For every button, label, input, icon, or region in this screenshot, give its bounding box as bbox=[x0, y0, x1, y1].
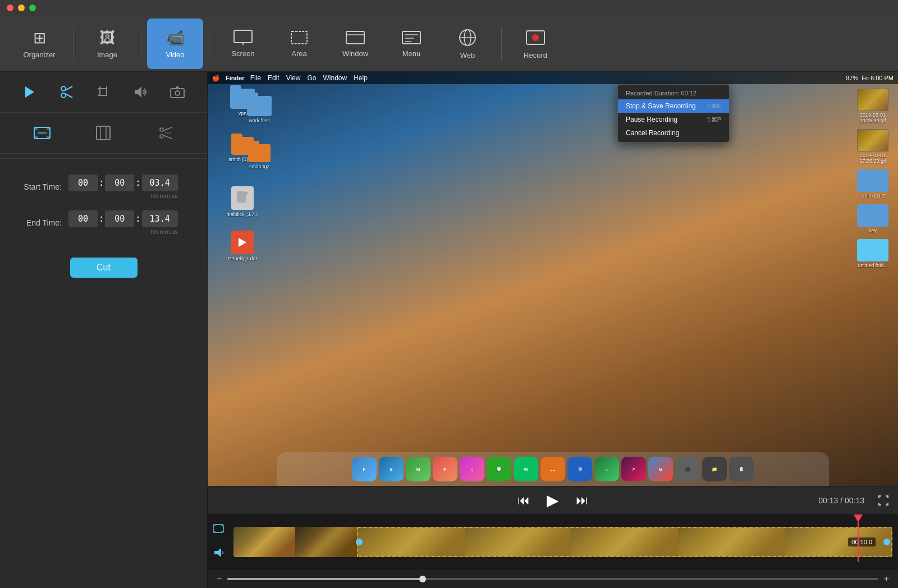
left-handle[interactable] bbox=[356, 539, 363, 545]
dock-itunes[interactable]: ♫ bbox=[460, 457, 484, 481]
toolbar-video[interactable]: 📹 Video bbox=[147, 19, 203, 69]
play-button[interactable]: ▶ bbox=[547, 491, 559, 509]
smith-tgz-icon bbox=[248, 144, 271, 162]
cut-tool[interactable] bbox=[54, 80, 79, 104]
dmg-icon bbox=[231, 186, 254, 210]
right-handle[interactable] bbox=[883, 539, 890, 545]
main-toolbar: ⊞ Organizer 🖼 Image 📹 Video Screen Area bbox=[0, 16, 898, 72]
toolbar-screen[interactable]: Screen bbox=[215, 19, 271, 69]
menu-go[interactable]: Go bbox=[307, 74, 316, 82]
camera-tool[interactable] bbox=[165, 80, 190, 104]
workfiles-folder[interactable]: work files bbox=[247, 96, 272, 123]
toolbar-image[interactable]: 🖼 Image bbox=[79, 19, 135, 69]
dock-slack[interactable]: # bbox=[621, 457, 646, 481]
pause-label: Pause Recording bbox=[626, 116, 677, 123]
maximize-button[interactable] bbox=[29, 4, 36, 11]
volume-tool[interactable] bbox=[128, 80, 153, 104]
dock-app4[interactable]: 📁 bbox=[702, 457, 727, 481]
end-hh-input[interactable] bbox=[68, 210, 98, 227]
right-panel: 🍎 Finder File Edit View Go Window Help 9… bbox=[208, 72, 898, 588]
zoom-out-button[interactable]: − bbox=[217, 574, 222, 584]
dock-maps[interactable]: M bbox=[406, 457, 430, 481]
dock-finder[interactable]: F bbox=[352, 457, 377, 481]
zoom-in-button[interactable]: + bbox=[884, 574, 889, 584]
dock-app5[interactable]: 🗑 bbox=[729, 457, 754, 481]
zoom-slider-thumb[interactable] bbox=[419, 576, 426, 582]
pause-item[interactable]: Pause Recording ⇧⌘P bbox=[618, 113, 729, 126]
film-tool[interactable] bbox=[30, 121, 54, 145]
menu-window[interactable]: Window bbox=[323, 74, 347, 82]
video-file[interactable]: Перейда.dat bbox=[213, 231, 272, 261]
svg-rect-0 bbox=[234, 30, 252, 43]
svg-marker-47 bbox=[214, 548, 221, 557]
desktop-icons-right: 2019-03-01 10.05.30.gif 2019-03-01 17.26… bbox=[847, 89, 898, 268]
zoom-slider[interactable] bbox=[227, 578, 878, 580]
apple-menu[interactable]: 🍎 bbox=[212, 75, 220, 82]
rewind-button[interactable]: ⏮ bbox=[517, 493, 530, 508]
forward-button[interactable]: ⏭ bbox=[576, 493, 588, 508]
toolbar-window[interactable]: Window bbox=[327, 19, 383, 69]
play-tool[interactable] bbox=[17, 80, 42, 104]
fullscreen-button[interactable] bbox=[878, 495, 889, 506]
toolbar-menu[interactable]: Menu bbox=[383, 19, 439, 69]
icon-smith-1-2[interactable]: smith (1)-2 bbox=[857, 169, 888, 199]
crop-tool[interactable] bbox=[91, 80, 116, 104]
dock-safari[interactable]: S bbox=[379, 457, 404, 481]
trim-tool[interactable] bbox=[91, 121, 116, 145]
cancel-item[interactable]: Cancel Recording bbox=[618, 126, 729, 140]
dock-app3[interactable]: ⬛ bbox=[675, 457, 700, 481]
menu-help[interactable]: Help bbox=[354, 74, 368, 82]
dock-chrome[interactable]: G bbox=[648, 457, 673, 481]
dock-messages[interactable]: 💬 bbox=[487, 457, 511, 481]
dmg-label: nielblick_3.7.7 bbox=[226, 212, 258, 217]
end-ss-input[interactable] bbox=[142, 210, 178, 227]
start-hh-input[interactable] bbox=[68, 174, 98, 191]
start-mm-input[interactable] bbox=[105, 174, 134, 191]
pause-shortcut: ⇧⌘P bbox=[706, 116, 721, 123]
menu-view[interactable]: View bbox=[286, 74, 301, 82]
toolbar-web[interactable]: Web bbox=[439, 19, 496, 69]
mac-menu-right: 97% Fri 6:00 PM bbox=[846, 75, 894, 81]
track-segment-gray bbox=[233, 527, 357, 557]
icon-gif-1[interactable]: 2019-03-01 10.05.30.gif bbox=[850, 89, 895, 123]
split-tool[interactable] bbox=[153, 121, 177, 145]
dock-app1[interactable]: 🦊 bbox=[540, 457, 565, 481]
image-label: Image bbox=[97, 50, 117, 59]
video-area: 🍎 Finder File Edit View Go Window Help 9… bbox=[208, 72, 898, 486]
stop-save-item[interactable]: Stop & Save Recording ⇧⌘E bbox=[618, 99, 729, 113]
toolbar-area[interactable]: Area bbox=[271, 19, 327, 69]
icon-untitled[interactable]: untitled fold... bbox=[857, 239, 888, 268]
track-thumb-y-2 bbox=[465, 528, 571, 556]
close-button[interactable] bbox=[7, 4, 13, 11]
workfiles-label: work files bbox=[249, 118, 270, 123]
dock-spotify[interactable]: ♪ bbox=[594, 457, 619, 481]
dock-photos[interactable]: P bbox=[433, 457, 457, 481]
playhead[interactable] bbox=[858, 522, 859, 562]
menu-label: Menu bbox=[402, 49, 421, 58]
toolbar-record[interactable]: Record bbox=[507, 19, 563, 69]
cut-button[interactable]: Cut bbox=[70, 258, 138, 278]
start-time-hint: hh:mm:ss bbox=[68, 192, 178, 199]
cancel-label: Cancel Recording bbox=[626, 129, 679, 137]
area-icon bbox=[289, 29, 309, 46]
dock-wechat[interactable]: W bbox=[514, 457, 538, 481]
timeline-video-icon[interactable] bbox=[213, 523, 226, 536]
menu-file[interactable]: File bbox=[250, 74, 261, 82]
icon-gif-2[interactable]: 2019-03-01 17.26.20.gif bbox=[850, 129, 895, 164]
finder-label[interactable]: Finder bbox=[226, 75, 245, 81]
track-segment-yellow bbox=[357, 527, 892, 557]
minimize-button[interactable] bbox=[18, 4, 25, 11]
start-sep-2: : bbox=[136, 178, 139, 188]
dock-app2[interactable]: ⚙ bbox=[567, 457, 592, 481]
image-icon: 🖼 bbox=[99, 29, 115, 47]
start-ss-input[interactable] bbox=[142, 174, 178, 191]
menu-edit[interactable]: Edit bbox=[268, 74, 280, 82]
svg-rect-43 bbox=[213, 525, 216, 526]
dmg-file[interactable]: nielblick_3.7.7 bbox=[213, 186, 272, 217]
toolbar-organizer[interactable]: ⊞ Organizer bbox=[11, 19, 67, 69]
end-mm-input[interactable] bbox=[105, 210, 134, 227]
icon-key[interactable]: key bbox=[857, 204, 888, 233]
smith-tgz[interactable]: smith.tgz bbox=[247, 144, 272, 169]
timeline-audio-icon[interactable] bbox=[213, 548, 226, 561]
gif-thumb-2 bbox=[857, 129, 888, 151]
